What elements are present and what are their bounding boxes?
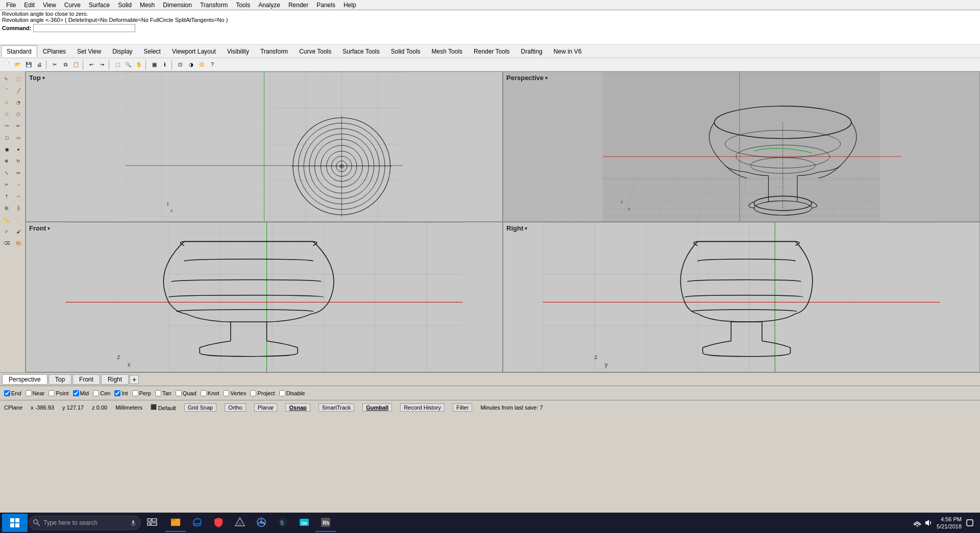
move-tool[interactable]: ✥	[1, 156, 12, 167]
viewport-top-canvas[interactable]: y x	[26, 72, 502, 221]
notification-icon[interactable]	[966, 519, 974, 527]
osnap-btn[interactable]: Osnap	[285, 403, 310, 412]
vp-tab-front[interactable]: Front	[72, 374, 100, 385]
menu-surface[interactable]: Surface	[85, 1, 114, 10]
menu-edit[interactable]: Edit	[20, 1, 39, 10]
pt-tool[interactable]: ·	[13, 214, 24, 225]
osnap-point[interactable]: Point	[48, 390, 68, 396]
osnap-quad[interactable]: Quad	[176, 390, 197, 396]
viewport-top[interactable]: Top ▾	[26, 71, 503, 222]
trim-tool[interactable]: ✂	[1, 179, 12, 190]
tab-visibility[interactable]: Visibility	[222, 45, 255, 57]
freeform-tool[interactable]: ✏	[13, 120, 24, 132]
taskbar-explorer[interactable]	[165, 514, 186, 532]
zoom-icon[interactable]: 🔍	[123, 60, 133, 70]
tab-setview[interactable]: Set View	[71, 45, 107, 57]
viewport-front-canvas[interactable]: z x	[26, 222, 502, 372]
tab-surface-tools[interactable]: Surface Tools	[337, 45, 385, 57]
menu-render[interactable]: Render	[284, 1, 312, 10]
new-icon[interactable]: 📄	[2, 60, 12, 70]
select-window-tool[interactable]: ⬚	[13, 73, 24, 85]
eraser-tool[interactable]: ⌫	[1, 238, 12, 249]
shade-icon[interactable]: ◑	[186, 60, 196, 70]
taskbar-sketchup[interactable]: SK	[294, 514, 314, 532]
select-tool[interactable]: ↖	[1, 73, 12, 85]
help-icon[interactable]: ?	[207, 60, 217, 70]
surface-tool[interactable]: ◻	[1, 132, 12, 143]
print-icon[interactable]: 🖨	[34, 60, 44, 70]
osnap-project[interactable]: Project	[250, 390, 275, 396]
open-icon[interactable]: 📂	[13, 60, 23, 70]
tab-render-tools[interactable]: Render Tools	[468, 45, 516, 57]
viewport-perspective-canvas[interactable]: z x	[503, 72, 979, 221]
tab-drafting[interactable]: Drafting	[516, 45, 548, 57]
mirror-tool[interactable]: ⇔	[13, 167, 24, 179]
line-tool[interactable]: ╱	[13, 85, 24, 96]
volume-icon[interactable]	[924, 519, 933, 527]
vp-tab-perspective[interactable]: Perspective	[2, 374, 47, 385]
pan-icon[interactable]: ✋	[134, 60, 144, 70]
rotate-tool[interactable]: ↻	[13, 156, 24, 167]
text-tool[interactable]: T	[1, 191, 12, 202]
extend-tool[interactable]: →	[13, 179, 24, 190]
tab-cplanes[interactable]: CPlanes	[37, 45, 71, 57]
cortana-search[interactable]: Type here to search	[29, 516, 141, 530]
menu-mesh[interactable]: Mesh	[136, 1, 159, 10]
viewport-right-arrow[interactable]: ▾	[525, 226, 527, 231]
ortho-btn[interactable]: Ortho	[225, 403, 246, 412]
taskview-btn[interactable]	[142, 514, 162, 532]
tab-display[interactable]: Display	[107, 45, 138, 57]
tab-viewport-layout[interactable]: Viewport Layout	[166, 45, 222, 57]
viewport-right-canvas[interactable]: z y	[503, 222, 979, 372]
taskbar-rhino2[interactable]: Rh	[315, 514, 336, 532]
props-icon[interactable]: ℹ	[160, 60, 170, 70]
cut-icon[interactable]: ✂	[50, 60, 60, 70]
tab-solid-tools[interactable]: Solid Tools	[385, 45, 426, 57]
circle-tool[interactable]: ○	[1, 97, 12, 108]
viewport-front[interactable]: Front ▾	[26, 222, 503, 372]
taskbar-clock[interactable]: 4:56 PM 5/21/2018	[937, 516, 962, 530]
menu-file[interactable]: File	[2, 1, 20, 10]
layer-icon[interactable]: ▦	[149, 60, 159, 70]
analyze-tool[interactable]: 📐	[1, 214, 12, 225]
scale-tool[interactable]: ⤡	[1, 167, 12, 179]
curve-tool[interactable]: 〜	[1, 120, 12, 132]
menu-analyze[interactable]: Analyze	[254, 1, 284, 10]
polyline-tool[interactable]: ⌒	[1, 85, 12, 96]
menu-dimension[interactable]: Dimension	[159, 1, 196, 10]
osnap-near[interactable]: Near	[26, 390, 45, 396]
grid-tool[interactable]: ⊞	[1, 202, 12, 214]
record-history-btn[interactable]: Record History	[400, 403, 445, 412]
menu-transform[interactable]: Transform	[196, 1, 232, 10]
arc-tool[interactable]: ◔	[13, 97, 24, 108]
viewport-perspective[interactable]: Perspective ▾	[503, 71, 980, 222]
osnap-int[interactable]: Int	[114, 390, 128, 396]
planar-btn[interactable]: Planar	[254, 403, 278, 412]
copy-icon[interactable]: ⧉	[60, 60, 70, 70]
taskbar-rhino1[interactable]: R	[230, 514, 250, 532]
taskbar-chrome[interactable]	[251, 514, 272, 532]
render-btn-icon[interactable]: 🔆	[197, 60, 207, 70]
save-icon[interactable]: 💾	[23, 60, 34, 70]
osnap-disable[interactable]: Disable	[279, 390, 305, 396]
paint-tool[interactable]: 🖌	[13, 226, 24, 237]
rect-tool[interactable]: □	[1, 109, 12, 120]
osnap-mid[interactable]: Mid	[73, 390, 89, 396]
viewport-front-arrow[interactable]: ▾	[47, 226, 50, 231]
select-icon[interactable]: ⬚	[112, 60, 122, 70]
wire-icon[interactable]: ⊡	[175, 60, 185, 70]
menu-help[interactable]: Help	[339, 1, 360, 10]
osnap-vertex[interactable]: Vertex	[223, 390, 246, 396]
redo-icon[interactable]: ↪	[97, 60, 107, 70]
network-icon[interactable]	[913, 519, 921, 527]
viewport-right[interactable]: Right ▾	[503, 222, 980, 372]
smart-track-btn[interactable]: SmartTrack	[318, 403, 354, 412]
menu-panels[interactable]: Panels	[312, 1, 339, 10]
osnap-tan[interactable]: Tan	[155, 390, 172, 396]
tab-standard[interactable]: Standard	[1, 45, 37, 57]
osnap-end[interactable]: End	[4, 390, 21, 396]
extrude-tool[interactable]: ▭	[13, 132, 24, 143]
gumball-btn[interactable]: Gumball	[362, 403, 392, 412]
check-tool[interactable]: ✓	[1, 226, 12, 237]
tab-transform[interactable]: Transform	[255, 45, 293, 57]
